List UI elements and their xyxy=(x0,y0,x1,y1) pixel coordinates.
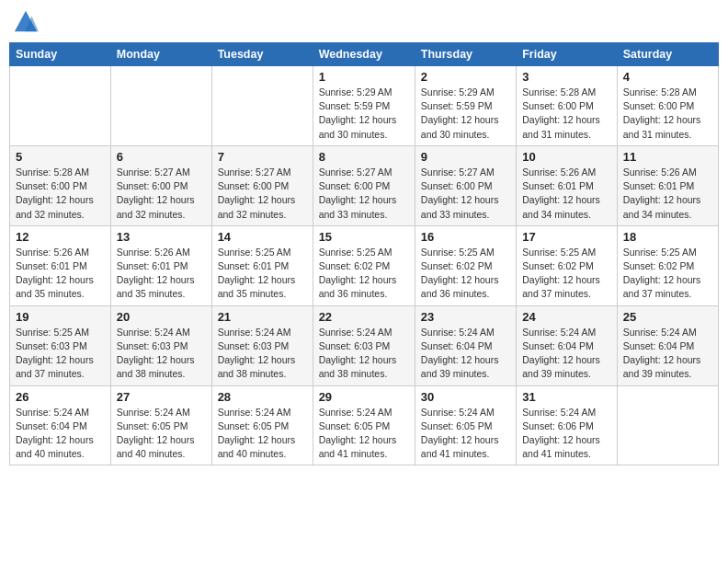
calendar-cell: 14Sunrise: 5:25 AM Sunset: 6:01 PM Dayli… xyxy=(211,225,313,305)
day-info: Sunrise: 5:24 AM Sunset: 6:05 PM Dayligh… xyxy=(421,406,510,462)
calendar-cell: 5Sunrise: 5:28 AM Sunset: 6:00 PM Daylig… xyxy=(10,145,111,225)
calendar-cell: 31Sunrise: 5:24 AM Sunset: 6:06 PM Dayli… xyxy=(517,385,617,465)
day-info: Sunrise: 5:24 AM Sunset: 6:03 PM Dayligh… xyxy=(117,326,206,382)
logo-icon xyxy=(13,9,39,35)
calendar-cell: 29Sunrise: 5:24 AM Sunset: 6:05 PM Dayli… xyxy=(313,385,415,465)
day-number: 24 xyxy=(522,310,610,324)
calendar-cell: 23Sunrise: 5:24 AM Sunset: 6:04 PM Dayli… xyxy=(415,305,516,385)
calendar-cell: 18Sunrise: 5:25 AM Sunset: 6:02 PM Dayli… xyxy=(617,225,718,305)
day-number: 30 xyxy=(421,390,510,404)
calendar-cell: 7Sunrise: 5:27 AM Sunset: 6:00 PM Daylig… xyxy=(211,145,313,225)
day-info: Sunrise: 5:25 AM Sunset: 6:01 PM Dayligh… xyxy=(218,246,307,302)
day-info: Sunrise: 5:27 AM Sunset: 6:00 PM Dayligh… xyxy=(319,166,409,222)
day-number: 5 xyxy=(16,150,105,164)
day-info: Sunrise: 5:26 AM Sunset: 6:01 PM Dayligh… xyxy=(522,166,610,222)
calendar-cell: 24Sunrise: 5:24 AM Sunset: 6:04 PM Dayli… xyxy=(517,305,617,385)
calendar-week-row: 5Sunrise: 5:28 AM Sunset: 6:00 PM Daylig… xyxy=(10,145,719,225)
day-number: 19 xyxy=(16,310,105,324)
day-info: Sunrise: 5:24 AM Sunset: 6:05 PM Dayligh… xyxy=(319,406,409,462)
day-info: Sunrise: 5:26 AM Sunset: 6:01 PM Dayligh… xyxy=(623,166,712,222)
day-info: Sunrise: 5:25 AM Sunset: 6:02 PM Dayligh… xyxy=(319,246,409,302)
day-info: Sunrise: 5:24 AM Sunset: 6:04 PM Dayligh… xyxy=(522,326,610,382)
day-info: Sunrise: 5:26 AM Sunset: 6:01 PM Dayligh… xyxy=(117,246,206,302)
calendar-header-row: SundayMondayTuesdayWednesdayThursdayFrid… xyxy=(10,43,719,66)
calendar-cell: 9Sunrise: 5:27 AM Sunset: 6:00 PM Daylig… xyxy=(415,145,516,225)
day-number: 23 xyxy=(421,310,510,324)
day-info: Sunrise: 5:24 AM Sunset: 6:03 PM Dayligh… xyxy=(218,326,307,382)
calendar-cell: 11Sunrise: 5:26 AM Sunset: 6:01 PM Dayli… xyxy=(617,145,718,225)
day-number: 27 xyxy=(117,390,206,404)
day-header-wednesday: Wednesday xyxy=(313,43,415,66)
day-number: 6 xyxy=(117,150,206,164)
day-info: Sunrise: 5:25 AM Sunset: 6:02 PM Dayligh… xyxy=(623,246,712,302)
day-number: 29 xyxy=(319,390,409,404)
day-info: Sunrise: 5:25 AM Sunset: 6:02 PM Dayligh… xyxy=(421,246,510,302)
day-info: Sunrise: 5:28 AM Sunset: 6:00 PM Dayligh… xyxy=(623,86,712,142)
day-number: 20 xyxy=(117,310,206,324)
calendar-cell: 10Sunrise: 5:26 AM Sunset: 6:01 PM Dayli… xyxy=(517,145,617,225)
day-header-sunday: Sunday xyxy=(10,43,111,66)
day-header-tuesday: Tuesday xyxy=(211,43,313,66)
day-number: 25 xyxy=(623,310,712,324)
day-number: 28 xyxy=(218,390,307,404)
calendar-cell: 17Sunrise: 5:25 AM Sunset: 6:02 PM Dayli… xyxy=(517,225,617,305)
calendar-cell: 19Sunrise: 5:25 AM Sunset: 6:03 PM Dayli… xyxy=(10,305,111,385)
day-info: Sunrise: 5:24 AM Sunset: 6:04 PM Dayligh… xyxy=(16,406,105,462)
calendar-cell xyxy=(617,385,718,465)
day-header-saturday: Saturday xyxy=(617,43,718,66)
day-info: Sunrise: 5:24 AM Sunset: 6:04 PM Dayligh… xyxy=(421,326,510,382)
calendar-cell xyxy=(211,66,313,146)
logo xyxy=(13,9,42,35)
calendar-cell: 27Sunrise: 5:24 AM Sunset: 6:05 PM Dayli… xyxy=(110,385,211,465)
calendar-week-row: 19Sunrise: 5:25 AM Sunset: 6:03 PM Dayli… xyxy=(10,305,719,385)
day-number: 22 xyxy=(319,310,409,324)
day-number: 11 xyxy=(623,150,712,164)
day-info: Sunrise: 5:29 AM Sunset: 5:59 PM Dayligh… xyxy=(319,86,409,142)
day-info: Sunrise: 5:24 AM Sunset: 6:04 PM Dayligh… xyxy=(623,326,712,382)
day-number: 7 xyxy=(218,150,307,164)
day-number: 12 xyxy=(16,230,105,244)
day-number: 3 xyxy=(522,70,610,84)
day-number: 15 xyxy=(319,230,409,244)
calendar-week-row: 1Sunrise: 5:29 AM Sunset: 5:59 PM Daylig… xyxy=(10,66,719,146)
calendar-table: SundayMondayTuesdayWednesdayThursdayFrid… xyxy=(9,42,719,465)
day-number: 18 xyxy=(623,230,712,244)
calendar-cell: 30Sunrise: 5:24 AM Sunset: 6:05 PM Dayli… xyxy=(415,385,516,465)
calendar-cell: 12Sunrise: 5:26 AM Sunset: 6:01 PM Dayli… xyxy=(10,225,111,305)
day-number: 10 xyxy=(522,150,610,164)
day-number: 9 xyxy=(421,150,510,164)
day-info: Sunrise: 5:26 AM Sunset: 6:01 PM Dayligh… xyxy=(16,246,105,302)
day-number: 13 xyxy=(117,230,206,244)
day-header-thursday: Thursday xyxy=(415,43,516,66)
day-info: Sunrise: 5:27 AM Sunset: 6:00 PM Dayligh… xyxy=(218,166,307,222)
calendar-cell: 13Sunrise: 5:26 AM Sunset: 6:01 PM Dayli… xyxy=(110,225,211,305)
day-info: Sunrise: 5:24 AM Sunset: 6:05 PM Dayligh… xyxy=(218,406,307,462)
day-info: Sunrise: 5:24 AM Sunset: 6:06 PM Dayligh… xyxy=(522,406,610,462)
calendar-cell: 15Sunrise: 5:25 AM Sunset: 6:02 PM Dayli… xyxy=(313,225,415,305)
calendar-cell: 26Sunrise: 5:24 AM Sunset: 6:04 PM Dayli… xyxy=(10,385,111,465)
day-info: Sunrise: 5:27 AM Sunset: 6:00 PM Dayligh… xyxy=(117,166,206,222)
day-header-friday: Friday xyxy=(517,43,617,66)
page-header xyxy=(9,9,719,35)
day-number: 14 xyxy=(218,230,307,244)
day-info: Sunrise: 5:24 AM Sunset: 6:05 PM Dayligh… xyxy=(117,406,206,462)
calendar-cell: 28Sunrise: 5:24 AM Sunset: 6:05 PM Dayli… xyxy=(211,385,313,465)
day-number: 26 xyxy=(16,390,105,404)
day-info: Sunrise: 5:24 AM Sunset: 6:03 PM Dayligh… xyxy=(319,326,409,382)
day-info: Sunrise: 5:25 AM Sunset: 6:03 PM Dayligh… xyxy=(16,326,105,382)
day-header-monday: Monday xyxy=(110,43,211,66)
day-info: Sunrise: 5:27 AM Sunset: 6:00 PM Dayligh… xyxy=(421,166,510,222)
day-number: 21 xyxy=(218,310,307,324)
calendar-cell xyxy=(10,66,111,146)
calendar-cell: 20Sunrise: 5:24 AM Sunset: 6:03 PM Dayli… xyxy=(110,305,211,385)
calendar-cell: 6Sunrise: 5:27 AM Sunset: 6:00 PM Daylig… xyxy=(110,145,211,225)
calendar-week-row: 12Sunrise: 5:26 AM Sunset: 6:01 PM Dayli… xyxy=(10,225,719,305)
calendar-week-row: 26Sunrise: 5:24 AM Sunset: 6:04 PM Dayli… xyxy=(10,385,719,465)
calendar-cell: 3Sunrise: 5:28 AM Sunset: 6:00 PM Daylig… xyxy=(517,66,617,146)
calendar-cell: 4Sunrise: 5:28 AM Sunset: 6:00 PM Daylig… xyxy=(617,66,718,146)
day-info: Sunrise: 5:25 AM Sunset: 6:02 PM Dayligh… xyxy=(522,246,610,302)
day-number: 17 xyxy=(522,230,610,244)
calendar-cell xyxy=(110,66,211,146)
day-number: 1 xyxy=(319,70,409,84)
calendar-cell: 25Sunrise: 5:24 AM Sunset: 6:04 PM Dayli… xyxy=(617,305,718,385)
